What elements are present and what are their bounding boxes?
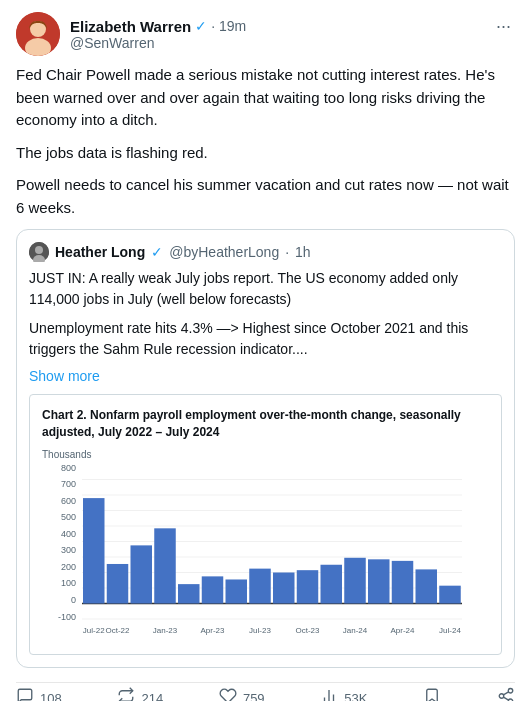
quoted-author-handle[interactable]: @byHeatherLong [169,244,279,260]
chart-ylabel: Thousands [42,449,489,460]
retweet-action[interactable]: 214 [117,687,163,701]
retweet-icon [117,687,135,701]
svg-rect-16 [83,498,105,603]
quoted-para-1: JUST IN: A really weak July jobs report.… [29,268,502,310]
like-action[interactable]: 759 [219,687,265,701]
chart-wrapper: 800 700 600 500 400 300 200 100 0 -100 J… [42,464,489,642]
show-more-button[interactable]: Show more [29,368,502,384]
y-label-neg100: -100 [58,613,76,622]
verified-icon: ✓ [195,18,207,34]
svg-text:Jul-22: Jul-22 [83,626,105,635]
tweet-actions: 108 214 759 [16,682,515,701]
comment-count: 108 [40,691,62,701]
svg-rect-31 [439,585,461,603]
y-label-100: 100 [61,579,76,588]
svg-rect-23 [249,568,271,603]
svg-rect-17 [107,564,129,604]
share-action[interactable] [497,687,515,701]
svg-rect-25 [297,570,319,603]
svg-rect-28 [368,559,390,603]
svg-rect-21 [202,576,224,603]
tweet-header-left: Elizabeth Warren ✓ · 19m @SenWarren [16,12,246,56]
chart-title: Chart 2. Nonfarm payroll employment over… [42,407,489,441]
author-handle-row: @SenWarren [70,35,246,51]
quoted-tweet-time: 1h [295,244,311,260]
bars-area: Jul-22Oct-22Jan-23Apr-23Jul-23Oct-23Jan-… [82,464,489,642]
svg-text:Jan-24: Jan-24 [343,626,368,635]
bookmark-action[interactable] [423,687,441,701]
more-options-icon[interactable]: ··· [492,12,515,41]
svg-text:Jul-23: Jul-23 [249,626,271,635]
svg-line-47 [503,697,508,700]
svg-point-45 [499,693,504,698]
svg-text:Apr-23: Apr-23 [200,626,225,635]
author-name[interactable]: Elizabeth Warren [70,18,191,35]
tweet-time: 19m [219,18,246,34]
svg-point-4 [35,246,43,254]
author-handle[interactable]: @SenWarren [70,35,155,51]
quoted-tweet[interactable]: Heather Long ✓ @byHeatherLong · 1h JUST … [16,229,515,668]
svg-rect-22 [226,579,248,603]
views-count: 53K [344,691,367,701]
svg-point-44 [508,688,513,693]
bookmark-icon [423,687,441,701]
y-label-500: 500 [61,513,76,522]
quoted-para-2: Unemployment rate hits 4.3% —> Highest s… [29,318,502,360]
tweet-para-2: The jobs data is flashing red. [16,142,515,165]
y-label-0: 0 [71,596,76,605]
author-info: Elizabeth Warren ✓ · 19m @SenWarren [70,18,246,51]
tweet-para-1: Fed Chair Powell made a serious mistake … [16,64,515,132]
comment-icon [16,687,34,701]
svg-rect-19 [154,528,176,603]
svg-text:Oct-22: Oct-22 [105,626,130,635]
svg-rect-26 [321,564,343,603]
y-label-700: 700 [61,480,76,489]
comment-action[interactable]: 108 [16,687,62,701]
y-label-400: 400 [61,530,76,539]
avatar[interactable] [16,12,60,56]
tweet-header: Elizabeth Warren ✓ · 19m @SenWarren ··· [16,12,515,56]
heart-icon [219,687,237,701]
svg-rect-27 [344,557,366,603]
tweet-text: Fed Chair Powell made a serious mistake … [16,64,515,219]
svg-rect-30 [416,569,438,603]
quoted-verified-icon: ✓ [151,244,163,260]
chart-container: Chart 2. Nonfarm payroll employment over… [29,394,502,655]
svg-text:Apr-24: Apr-24 [390,626,415,635]
y-axis: 800 700 600 500 400 300 200 100 0 -100 [42,464,80,622]
tweet-card: Elizabeth Warren ✓ · 19m @SenWarren ··· … [0,0,531,701]
quoted-author-name[interactable]: Heather Long [55,244,145,260]
y-label-600: 600 [61,497,76,506]
share-icon [497,687,515,701]
y-label-800: 800 [61,464,76,473]
author-name-row: Elizabeth Warren ✓ · 19m [70,18,246,35]
svg-rect-18 [131,545,153,603]
views-icon [320,687,338,701]
chart-bars-svg: Jul-22Oct-22Jan-23Apr-23Jul-23Oct-23Jan-… [82,464,462,639]
svg-rect-29 [392,560,414,603]
views-action[interactable]: 53K [320,687,367,701]
svg-line-48 [503,691,508,694]
quoted-tweet-text: JUST IN: A really weak July jobs report.… [29,268,502,360]
tweet-para-3: Powell needs to cancel his summer vacati… [16,174,515,219]
quoted-tweet-header: Heather Long ✓ @byHeatherLong · 1h [29,242,502,262]
like-count: 759 [243,691,265,701]
chart-svg: Jul-22Oct-22Jan-23Apr-23Jul-23Oct-23Jan-… [82,464,489,642]
y-label-300: 300 [61,546,76,555]
svg-text:Jan-23: Jan-23 [153,626,178,635]
quoted-avatar [29,242,49,262]
retweet-count: 214 [141,691,163,701]
svg-text:Oct-23: Oct-23 [295,626,320,635]
svg-rect-20 [178,584,200,603]
svg-rect-24 [273,572,295,603]
svg-text:Jul-24: Jul-24 [439,626,461,635]
y-label-200: 200 [61,563,76,572]
